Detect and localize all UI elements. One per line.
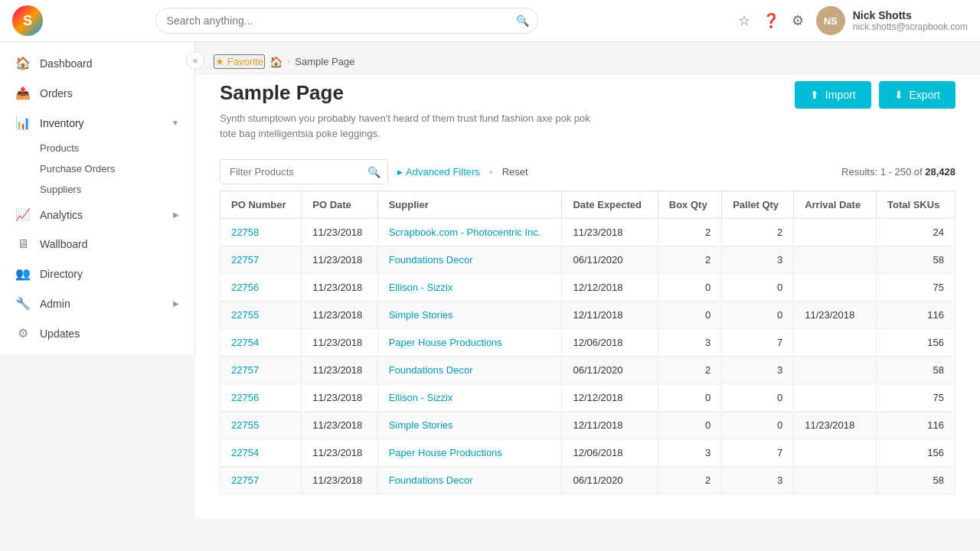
search-input[interactable]	[155, 8, 538, 34]
box-qty-cell: 3	[658, 329, 721, 357]
sidebar: « 🏠 Dashboard 📤 Orders 📊 Inventory ▼ Pro…	[0, 42, 195, 354]
reset-button[interactable]: Reset	[502, 166, 528, 178]
supplier-cell[interactable]: Simple Stories	[377, 412, 562, 439]
analytics-icon: 📈	[15, 207, 31, 222]
supplier-cell[interactable]: Foundations Decor	[377, 246, 562, 274]
po-date-cell: 11/23/2018	[302, 329, 377, 357]
arrival-date-cell: 11/23/2018	[794, 302, 877, 329]
sidebar-item-analytics[interactable]: 📈 Analytics ▶	[0, 200, 194, 230]
sidebar-item-orders[interactable]: 📤 Orders	[0, 78, 194, 108]
total-skus-cell: 24	[876, 219, 955, 246]
date-expected-cell: 06/11/2020	[562, 357, 658, 384]
filter-products-input[interactable]	[220, 159, 388, 184]
col-box-qty: Box Qty	[658, 191, 721, 219]
sidebar-item-wallboard[interactable]: 🖥 Wallboard	[0, 230, 194, 259]
col-po-number: PO Number	[220, 191, 302, 219]
page-content: Sample Page Synth stumptown you probably…	[195, 75, 980, 519]
po-date-cell: 11/23/2018	[302, 439, 377, 467]
app-logo[interactable]: S	[12, 5, 43, 36]
supplier-cell[interactable]: Ellison - Sizzix	[377, 274, 562, 302]
table-row: 2275411/23/2018Paper House Productions12…	[220, 439, 956, 467]
dashboard-icon: 🏠	[15, 56, 31, 70]
po-number-cell[interactable]: 22757	[220, 357, 302, 384]
sidebar-item-products[interactable]: Products	[40, 138, 194, 158]
po-number-cell[interactable]: 22755	[220, 302, 302, 329]
box-qty-cell: 2	[658, 219, 721, 246]
sidebar-item-label: Analytics	[40, 209, 83, 221]
import-icon: ⬆	[810, 89, 819, 101]
favorite-button[interactable]: ★ Favorite	[214, 54, 265, 69]
orders-icon: 📤	[15, 86, 31, 100]
filter-search-icon: 🔍	[368, 166, 381, 178]
po-number-cell[interactable]: 22757	[220, 246, 302, 274]
filter-separator: •	[489, 166, 493, 178]
col-supplier: Supplier	[377, 191, 562, 219]
po-number-cell[interactable]: 22757	[220, 467, 302, 494]
pallet-qty-cell: 7	[722, 439, 794, 467]
date-expected-cell: 12/12/2018	[562, 384, 658, 412]
supplier-cell[interactable]: Paper House Productions	[377, 439, 562, 467]
supplier-cell[interactable]: Scrapbook.com - Photocentric Inc.	[377, 219, 562, 246]
sidebar-item-label: Orders	[40, 87, 73, 99]
po-number-cell[interactable]: 22758	[220, 219, 302, 246]
sidebar-item-admin[interactable]: 🔧 Admin ▶	[0, 289, 194, 318]
supplier-cell[interactable]: Foundations Decor	[377, 357, 562, 384]
home-icon: 🏠	[270, 56, 283, 68]
date-expected-cell: 12/06/2018	[562, 329, 658, 357]
import-button[interactable]: ⬆ Import	[795, 81, 871, 109]
col-date-expected: Date Expected	[562, 191, 658, 219]
pallet-qty-cell: 0	[722, 274, 794, 302]
po-number-cell[interactable]: 22756	[220, 384, 302, 412]
layout: « 🏠 Dashboard 📤 Orders 📊 Inventory ▼ Pro…	[0, 42, 980, 551]
advanced-filters-button[interactable]: Advanced Filters	[397, 166, 480, 178]
sidebar-item-directory[interactable]: 👥 Directory	[0, 259, 194, 289]
pallet-qty-cell: 3	[722, 357, 794, 384]
favorite-icon[interactable]: ☆	[738, 12, 750, 29]
box-qty-cell: 0	[658, 302, 721, 329]
sidebar-item-suppliers[interactable]: Suppliers	[40, 179, 194, 200]
date-expected-cell: 12/06/2018	[562, 439, 658, 467]
breadcrumb-separator: ›	[287, 56, 290, 67]
pallet-qty-cell: 3	[722, 467, 794, 494]
table-row: 2275511/23/2018Simple Stories12/11/20180…	[220, 302, 956, 329]
box-qty-cell: 2	[658, 246, 721, 274]
pallet-qty-cell: 7	[722, 329, 794, 357]
directory-icon: 👥	[15, 266, 31, 281]
po-number-cell[interactable]: 22754	[220, 329, 302, 357]
sidebar-wrapper: « 🏠 Dashboard 📤 Orders 📊 Inventory ▼ Pro…	[0, 42, 195, 551]
page-header-left: Sample Page Synth stumptown you probably…	[220, 81, 603, 141]
col-total-skus: Total SKUs	[876, 191, 955, 219]
box-qty-cell: 2	[658, 357, 721, 384]
po-date-cell: 11/23/2018	[302, 274, 377, 302]
supplier-cell[interactable]: Foundations Decor	[377, 467, 562, 494]
updates-icon: ⚙	[15, 326, 31, 341]
arrival-date-cell	[794, 467, 877, 494]
total-skus-cell: 156	[876, 329, 955, 357]
table-row: 2275411/23/2018Paper House Productions12…	[220, 329, 956, 357]
topbar-icons: ☆ ❓ ⚙	[738, 12, 804, 29]
supplier-cell[interactable]: Simple Stories	[377, 302, 562, 329]
help-icon[interactable]: ❓	[763, 12, 779, 29]
sidebar-item-inventory[interactable]: 📊 Inventory ▼	[0, 108, 194, 138]
page-header-actions: ⬆ Import ⬇ Export	[795, 81, 956, 109]
sidebar-item-label: Wallboard	[40, 238, 88, 250]
sidebar-item-label: Admin	[40, 298, 70, 310]
supplier-cell[interactable]: Paper House Productions	[377, 329, 562, 357]
admin-icon: 🔧	[15, 296, 31, 311]
po-number-cell[interactable]: 22754	[220, 439, 302, 467]
sidebar-item-updates[interactable]: ⚙ Updates	[0, 318, 194, 348]
po-number-cell[interactable]: 22756	[220, 274, 302, 302]
settings-icon[interactable]: ⚙	[792, 12, 804, 29]
po-number-cell[interactable]: 22755	[220, 412, 302, 439]
user-email: nick.shotts@scrapbook.com	[853, 21, 968, 32]
global-search: 🔍	[155, 8, 538, 34]
sidebar-item-dashboard[interactable]: 🏠 Dashboard	[0, 48, 194, 78]
avatar: NS	[816, 6, 845, 35]
chevron-right-icon: ▶	[173, 299, 179, 308]
arrival-date-cell	[794, 246, 877, 274]
table-row: 2275611/23/2018Ellison - Sizzix12/12/201…	[220, 274, 956, 302]
supplier-cell[interactable]: Ellison - Sizzix	[377, 384, 562, 412]
date-expected-cell: 12/12/2018	[562, 274, 658, 302]
sidebar-item-purchase-orders[interactable]: Purchase Orders	[40, 158, 194, 179]
export-button[interactable]: ⬇ Export	[879, 81, 956, 109]
